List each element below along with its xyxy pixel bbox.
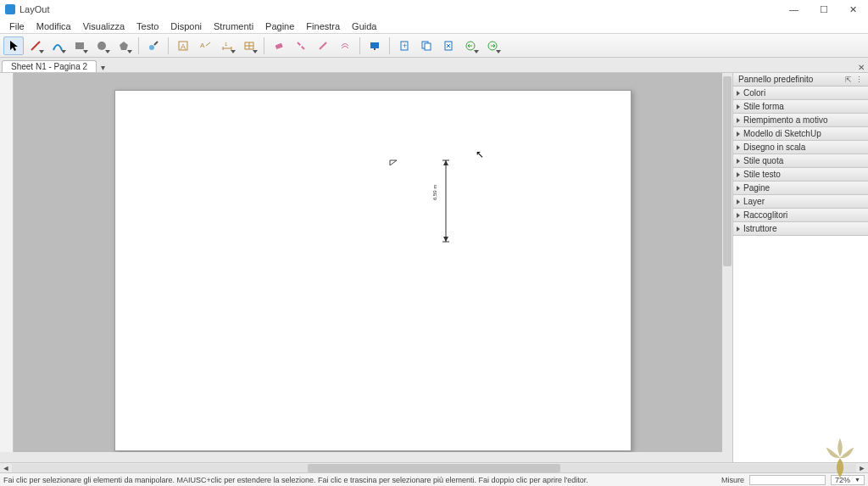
- eraser-tool[interactable]: [269, 36, 289, 55]
- circle-tool[interactable]: [92, 36, 112, 55]
- polygon-tool[interactable]: [114, 36, 134, 55]
- horizontal-scrollbar[interactable]: ◄ ►: [0, 462, 868, 472]
- dropdown-arrow-icon: [231, 50, 236, 53]
- hscroll-thumb[interactable]: [308, 464, 561, 472]
- menu-visualizza[interactable]: Visualizza: [77, 20, 131, 32]
- tab-close[interactable]: ✕: [854, 63, 868, 72]
- offset-tool[interactable]: [335, 36, 355, 55]
- duplicate-page[interactable]: [416, 36, 437, 55]
- arc-tool[interactable]: [47, 36, 68, 55]
- chevron-right-icon: [737, 104, 740, 109]
- panel-item-label: Stile testo: [743, 170, 781, 179]
- vertical-scroll-gutter: [0, 73, 14, 452]
- dimension-label: 6,59 m: [432, 185, 437, 200]
- panel-item-label: Layer: [743, 197, 765, 206]
- svg-text:1: 1: [225, 42, 228, 47]
- menu-strumenti[interactable]: Strumenti: [208, 20, 259, 32]
- chevron-right-icon: [737, 226, 740, 232]
- panel-item-label: Riempimento a motivo: [743, 115, 827, 125]
- panel-item-label: Pagine: [743, 183, 770, 193]
- panel-item-disegno-in-scala[interactable]: Disegno in scala: [733, 141, 868, 154]
- panel-item-label: Istruttore: [743, 224, 776, 233]
- style-tool[interactable]: [143, 36, 164, 55]
- chevron-right-icon: [737, 118, 740, 123]
- vertical-scrollbar[interactable]: [722, 73, 732, 452]
- menu-file[interactable]: File: [3, 20, 31, 32]
- svg-text:A: A: [200, 42, 205, 49]
- status-misure-label: Misure: [721, 476, 744, 484]
- delete-page[interactable]: [438, 36, 459, 55]
- panel-pin-icon[interactable]: ⇱: [845, 75, 852, 84]
- chevron-right-icon: [737, 159, 740, 164]
- page-canvas[interactable]: 6,59 m ↖: [114, 90, 632, 451]
- add-page[interactable]: +: [394, 36, 415, 55]
- panel-menu-icon[interactable]: ⋮: [855, 75, 863, 84]
- join-tool[interactable]: [313, 36, 333, 55]
- dimension-tool[interactable]: 1: [217, 36, 237, 55]
- panel-item-istruttore[interactable]: Istruttore: [733, 222, 868, 236]
- table-tool[interactable]: [239, 36, 259, 55]
- prev-page[interactable]: [460, 36, 481, 55]
- panel-item-riempimento-a-motivo[interactable]: Riempimento a motivo: [733, 114, 868, 127]
- next-page[interactable]: [482, 36, 503, 55]
- hscroll-track[interactable]: [12, 464, 856, 472]
- chevron-right-icon: [737, 131, 740, 137]
- measurement-input[interactable]: [749, 475, 826, 485]
- toolbar-separator: [264, 37, 264, 54]
- menu-modifica[interactable]: Modifica: [31, 20, 77, 32]
- close-button[interactable]: ✕: [838, 0, 868, 19]
- panel-item-modello-di-sketchup[interactable]: Modello di SketchUp: [733, 127, 868, 141]
- panel-item-stile-testo[interactable]: Stile testo: [733, 168, 868, 182]
- panel-item-raccoglitori[interactable]: Raccoglitori: [733, 209, 868, 222]
- side-panel-header[interactable]: Pannello predefinito ⇱ ⋮: [733, 73, 868, 87]
- svg-rect-14: [425, 43, 431, 50]
- document-tab[interactable]: Sheet N1 - Pagina 2: [2, 60, 97, 72]
- toolbar-separator: [138, 37, 139, 54]
- side-panel-body: [733, 236, 868, 462]
- cursor-icon: ↖: [476, 148, 484, 160]
- svg-rect-10: [374, 48, 376, 50]
- chevron-right-icon: [737, 186, 740, 191]
- zoom-selector[interactable]: 72% ▼: [831, 475, 865, 485]
- menu-pagine[interactable]: Pagine: [259, 20, 300, 32]
- svg-point-1: [97, 42, 106, 50]
- dropdown-arrow-icon: [253, 50, 258, 53]
- chevron-right-icon: [737, 91, 740, 96]
- menu-testo[interactable]: Testo: [131, 20, 164, 32]
- dropdown-arrow-icon: [496, 50, 501, 53]
- panel-item-label: Stile quota: [743, 156, 783, 165]
- minimize-button[interactable]: —: [779, 0, 809, 19]
- panel-item-pagine[interactable]: Pagine: [733, 182, 868, 195]
- app-title: LayOut: [19, 4, 49, 14]
- panel-item-stile-quota[interactable]: Stile quota: [733, 154, 868, 168]
- document-tabs: Sheet N1 - Pagina 2 ▾ ✕: [0, 58, 868, 73]
- tab-dropdown[interactable]: ▾: [97, 63, 108, 72]
- menu-guida[interactable]: Guida: [346, 20, 382, 32]
- scroll-left[interactable]: ◄: [0, 464, 12, 472]
- menu-finestra[interactable]: Finestra: [300, 20, 346, 32]
- label-tool[interactable]: A: [195, 36, 215, 55]
- present-tool[interactable]: [364, 36, 385, 55]
- panel-item-layer[interactable]: Layer: [733, 195, 868, 209]
- scrollbar-thumb[interactable]: [723, 76, 732, 266]
- scroll-right[interactable]: ►: [856, 464, 868, 472]
- panel-item-colori[interactable]: Colori: [733, 87, 868, 100]
- text-tool[interactable]: A: [173, 36, 193, 55]
- line-tool[interactable]: [25, 36, 46, 55]
- drawing-content: 6,59 m: [387, 154, 463, 247]
- panel-item-stile-forma[interactable]: Stile forma: [733, 100, 868, 114]
- dropdown-arrow-icon: [83, 50, 88, 53]
- svg-rect-0: [75, 42, 84, 49]
- dropdown-arrow-icon: [105, 50, 110, 53]
- maximize-button[interactable]: ☐: [809, 0, 838, 19]
- horizontal-scroll-gutter: [0, 452, 732, 462]
- menu-disponi[interactable]: Disponi: [164, 20, 208, 32]
- svg-point-2: [149, 45, 154, 50]
- rectangle-tool[interactable]: [70, 36, 90, 55]
- chevron-right-icon: [737, 213, 740, 218]
- zoom-value: 72%: [835, 476, 850, 484]
- select-tool[interactable]: [3, 36, 24, 55]
- dropdown-arrow-icon: [127, 50, 132, 53]
- canvas-area[interactable]: 6,59 m ↖: [0, 73, 732, 462]
- split-tool[interactable]: [291, 36, 311, 55]
